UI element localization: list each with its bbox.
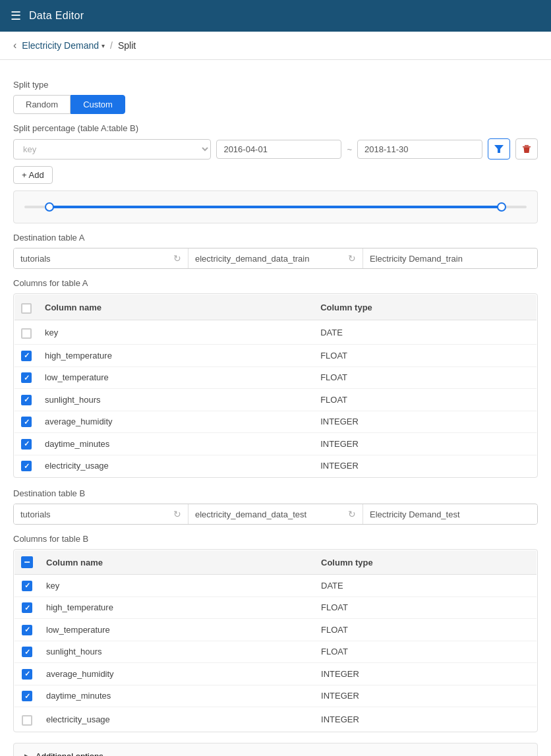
col-a-name-4: average_humidity: [38, 411, 314, 433]
slider-thumb-left[interactable]: [45, 202, 54, 212]
delete-filter-button[interactable]: [515, 138, 538, 160]
col-b-type-5: INTEGER: [314, 685, 536, 707]
columns-table-b: − Column name Column type key DATE high_…: [14, 550, 537, 732]
workspace-b-cell[interactable]: tutorials ↻: [14, 504, 188, 524]
additional-options-section[interactable]: ▶ Additional options: [13, 743, 538, 756]
col-b-type-6: INTEGER: [314, 707, 536, 732]
col-b-type-0: DATE: [314, 575, 536, 597]
table-row: sunlight_hours FLOAT: [14, 641, 537, 663]
col-a-type-3: FLOAT: [314, 389, 536, 411]
workspace-a-refresh-icon[interactable]: ↻: [173, 253, 181, 264]
select-all-a-checkbox[interactable]: [21, 303, 32, 314]
menu-icon[interactable]: ☰: [11, 9, 21, 23]
svg-rect-2: [525, 145, 529, 146]
col-b-name-2: low_temperature: [40, 619, 314, 641]
filter-row: key ~: [13, 138, 538, 160]
col-b-checkbox-3[interactable]: [22, 647, 32, 657]
table-name-b-cell[interactable]: electricity_demand_data_test ↻: [188, 504, 363, 524]
col-a-checkbox-3[interactable]: [21, 395, 32, 405]
table-row: daytime_minutes INTEGER: [14, 433, 537, 455]
col-a-name-3: sunlight_hours: [38, 389, 314, 411]
app-title: Data Editor: [29, 10, 84, 22]
col-name-header-b: Column name: [40, 550, 314, 575]
col-b-checkbox-6[interactable]: [22, 715, 32, 726]
custom-split-button[interactable]: Custom: [71, 95, 125, 114]
split-slider-container: [13, 190, 538, 223]
table-name-a-cell[interactable]: electricity_demand_data_train ↻: [188, 248, 363, 268]
slider-thumb-right[interactable]: [497, 202, 506, 212]
col-b-checkbox-4[interactable]: [22, 669, 32, 680]
col-a-type-1: FLOAT: [314, 345, 536, 367]
columns-table-a-wrapper: Column name Column type key DATE high_te…: [13, 293, 538, 478]
destination-table-a-label: Destination table A: [13, 233, 538, 243]
main-content: Split type Random Custom Split percentag…: [0, 60, 551, 756]
svg-rect-1: [523, 146, 531, 148]
breadcrumb-current-page: Split: [118, 40, 136, 51]
display-name-b-cell[interactable]: Electricity Demand_test: [363, 505, 537, 524]
select-all-b-minus-icon[interactable]: −: [21, 556, 33, 568]
col-b-name-6: electricity_usage: [40, 707, 314, 732]
display-name-a-cell[interactable]: Electricity Demand_train: [363, 249, 537, 268]
date-to-input[interactable]: [357, 140, 482, 159]
col-type-header-a: Column type: [314, 295, 536, 320]
col-a-name-5: daytime_minutes: [38, 433, 314, 455]
col-b-checkbox-1[interactable]: [22, 602, 32, 613]
col-b-type-2: FLOAT: [314, 619, 536, 641]
workspace-b-refresh-icon[interactable]: ↻: [173, 509, 181, 519]
add-filter-button[interactable]: + Add: [13, 166, 53, 184]
svg-marker-0: [494, 145, 504, 153]
table-name-b-refresh-icon[interactable]: ↻: [348, 509, 356, 519]
columns-table-b-wrapper: − Column name Column type key DATE high_…: [13, 549, 538, 732]
split-slider-track[interactable]: [24, 206, 527, 208]
col-a-checkbox-2[interactable]: [21, 372, 32, 383]
table-row: daytime_minutes INTEGER: [14, 685, 537, 707]
table-row: key DATE: [14, 575, 537, 597]
columns-table-a-label: Columns for table A: [13, 278, 538, 288]
key-select[interactable]: key: [13, 139, 211, 160]
back-button[interactable]: ‹: [13, 40, 16, 51]
col-a-name-2: low_temperature: [38, 366, 314, 389]
columns-table-b-section: Columns for table B − Column name Column…: [13, 534, 538, 732]
col-a-checkbox-5[interactable]: [21, 439, 32, 450]
columns-table-a-section: Columns for table A Column name Column t…: [13, 278, 538, 478]
col-b-type-4: INTEGER: [314, 663, 536, 685]
date-range-tilde: ~: [347, 144, 352, 154]
split-type-label: Split type: [13, 80, 538, 90]
col-b-checkbox-2[interactable]: [22, 625, 32, 635]
col-a-type-6: INTEGER: [314, 455, 536, 477]
table-row: average_humidity INTEGER: [14, 411, 537, 433]
table-row: low_temperature FLOAT: [14, 366, 537, 389]
col-type-header-b: Column type: [314, 550, 536, 575]
table-row: low_temperature FLOAT: [14, 619, 537, 641]
col-b-type-3: FLOAT: [314, 641, 536, 663]
app-header: ☰ Data Editor: [0, 0, 551, 32]
table-row: high_temperature FLOAT: [14, 345, 537, 367]
slider-fill: [49, 206, 502, 208]
col-a-checkbox-1[interactable]: [21, 351, 32, 361]
random-split-button[interactable]: Random: [13, 95, 71, 114]
col-b-name-4: average_humidity: [40, 663, 314, 685]
table-row: electricity_usage INTEGER: [14, 455, 537, 477]
col-b-checkbox-0[interactable]: [22, 581, 32, 591]
breadcrumb-dataset-link[interactable]: Electricity Demand ▾: [22, 40, 105, 51]
columns-table-b-label: Columns for table B: [13, 534, 538, 544]
col-b-checkbox-5[interactable]: [22, 691, 32, 701]
col-a-checkbox-4[interactable]: [21, 417, 32, 427]
split-type-toggle: Random Custom: [13, 95, 538, 114]
table-name-a-refresh-icon[interactable]: ↻: [348, 253, 356, 264]
breadcrumb: ‹ Electricity Demand ▾ / Split: [0, 32, 551, 60]
col-a-checkbox-0[interactable]: [21, 328, 32, 339]
columns-table-a: Column name Column type key DATE high_te…: [14, 294, 537, 477]
table-row: high_temperature FLOAT: [14, 596, 537, 619]
col-b-name-1: high_temperature: [40, 596, 314, 619]
table-b-header-checkbox-cell: −: [14, 550, 40, 575]
col-b-type-1: FLOAT: [314, 596, 536, 619]
col-a-checkbox-6[interactable]: [21, 461, 32, 471]
destination-table-a-row: tutorials ↻ electricity_demand_data_trai…: [13, 248, 538, 269]
dropdown-arrow-icon[interactable]: ▾: [102, 42, 105, 49]
destination-table-b-row: tutorials ↻ electricity_demand_data_test…: [13, 504, 538, 525]
table-row: average_humidity INTEGER: [14, 663, 537, 685]
workspace-a-cell[interactable]: tutorials ↻: [14, 248, 188, 268]
date-from-input[interactable]: [216, 140, 341, 159]
filter-button[interactable]: [488, 138, 510, 160]
